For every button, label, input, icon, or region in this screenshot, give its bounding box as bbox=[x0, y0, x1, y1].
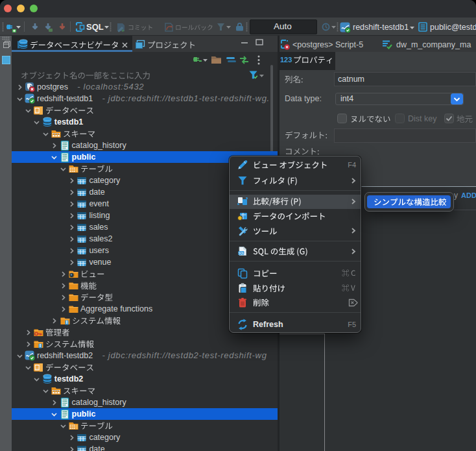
svg-text:SQL: SQL bbox=[238, 252, 244, 255]
